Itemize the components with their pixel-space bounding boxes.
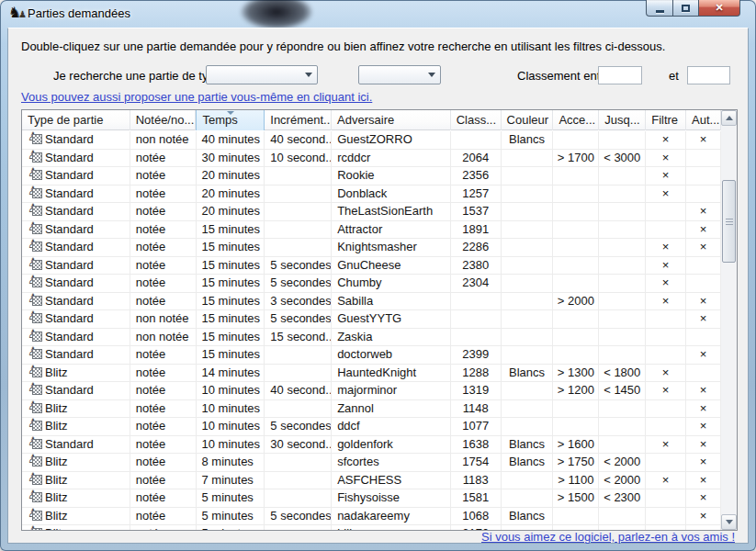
- cell-col5: 1754: [451, 454, 502, 472]
- column-header-3[interactable]: Incrément...: [265, 110, 332, 130]
- cell-col0: Standard: [22, 275, 130, 293]
- share-with-friends-link[interactable]: Si vous aimez ce logiciel, parlez-en à v…: [481, 530, 735, 544]
- table-row[interactable]: Standardnotée20 minutesTheLastSionEarth1…: [22, 203, 721, 221]
- cell-col6: [502, 346, 554, 365]
- rating-min-input[interactable]: [598, 66, 642, 84]
- scroll-down-button[interactable]: [721, 514, 737, 530]
- game-type-label: Je recherche une partie de type :: [53, 69, 228, 83]
- cell-col9: ×: [646, 275, 686, 293]
- table-row[interactable]: Standardnotée15 minutesdoctorweb2399×: [22, 346, 721, 365]
- cell-col3: 5 secondes: [265, 508, 332, 526]
- table-row[interactable]: Standardnotée15 minutesAttractor1891×: [22, 221, 721, 240]
- cell-col8: [599, 221, 646, 240]
- cell-col3: [265, 167, 332, 186]
- table-row[interactable]: Standardnotée15 minutes5 secondesChumby2…: [22, 275, 721, 293]
- cell-col3: [265, 472, 332, 490]
- column-header-0[interactable]: Type de partie: [22, 110, 130, 130]
- cell-col6: [502, 257, 554, 276]
- cell-col1: non notée: [130, 310, 197, 329]
- cell-col5: 1638: [451, 436, 502, 455]
- game-subtype-select[interactable]: [358, 65, 441, 84]
- table-row[interactable]: Standardnon notée15 minutes15 second...Z…: [22, 329, 721, 347]
- cell-col2: 15 minutes: [197, 329, 265, 347]
- cell-col4: GuestYYTG: [332, 310, 451, 329]
- cell-col5: [451, 131, 502, 150]
- column-header-5[interactable]: Class...: [451, 110, 502, 130]
- games-table: Type de partieNotée/no...TempsIncrément.…: [21, 109, 738, 531]
- vertical-scrollbar[interactable]: [721, 110, 737, 530]
- cell-col10: ×: [686, 472, 721, 490]
- column-header-9[interactable]: Filtre: [646, 110, 686, 130]
- minimize-button[interactable]: [646, 0, 673, 17]
- cell-col6: Blancs: [502, 131, 554, 150]
- table-row[interactable]: Standardnotée10 minutes30 second...golde…: [22, 436, 721, 455]
- table-row[interactable]: Standardnotée15 minutes3 secondesSabilla…: [22, 293, 721, 311]
- cell-col4: GnuCheese: [332, 257, 451, 276]
- table-row[interactable]: Blitznotée5 minutesFishysoisse1581> 1500…: [22, 489, 721, 508]
- cell-col7: [553, 275, 599, 293]
- window-title: Parties demandées: [28, 6, 130, 20]
- cell-col10: ×: [686, 400, 721, 419]
- column-header-6[interactable]: Couleur: [502, 110, 554, 130]
- cell-col8: [599, 257, 646, 276]
- cell-col6: [502, 382, 554, 400]
- table-row[interactable]: Standardnon notée15 minutes5 secondesGue…: [22, 310, 721, 329]
- column-header-10[interactable]: Aut...: [686, 110, 721, 130]
- table-row[interactable]: Standardnotée15 minutesKnightsmasher2286…: [22, 239, 721, 257]
- scroll-up-button[interactable]: [721, 110, 737, 126]
- cell-col9: ×: [646, 257, 686, 276]
- cell-col2: 15 minutes: [197, 239, 265, 257]
- cell-col9: [646, 454, 686, 472]
- rating-max-input[interactable]: [687, 66, 730, 84]
- game-type-select[interactable]: [206, 65, 318, 84]
- chess-pawn-board-icon: [28, 330, 43, 343]
- column-header-1[interactable]: Notée/no...: [130, 110, 197, 130]
- cell-col7: [553, 329, 599, 347]
- cell-col2: 10 minutes: [197, 382, 265, 400]
- table-row[interactable]: Blitznotée14 minutesHauntedKnight1288Bla…: [22, 365, 721, 383]
- table-row[interactable]: Blitznotée7 minutesASFCHESS1183> 1100< 2…: [22, 472, 721, 490]
- column-header-2[interactable]: Temps: [196, 110, 265, 130]
- cell-col3: [265, 525, 332, 531]
- maximize-button[interactable]: [672, 0, 699, 17]
- cell-col6: [502, 239, 554, 257]
- cell-col0: Blitz: [22, 365, 130, 383]
- table-row[interactable]: Blitznotée10 minutes5 secondesddcf1077×: [22, 418, 721, 436]
- cell-col4: goldenfork: [332, 436, 451, 455]
- cell-col0: Standard: [22, 382, 130, 400]
- table-row[interactable]: Standardnotée30 minutes10 second...rcddc…: [22, 150, 721, 168]
- cell-col7: [553, 418, 599, 436]
- cell-col5: 1257: [451, 186, 502, 204]
- cell-col2: 20 minutes: [197, 186, 265, 204]
- table-row[interactable]: Standardnotée15 minutes5 secondesGnuChee…: [22, 257, 721, 276]
- table-row[interactable]: Blitznotée5 minutes5 secondesnadakareemy…: [22, 508, 721, 526]
- column-header-4[interactable]: Adversaire: [332, 110, 451, 130]
- column-header-7[interactable]: Acce...: [553, 110, 599, 130]
- cell-col1: notée: [130, 167, 197, 186]
- column-header-8[interactable]: Jusq...: [599, 110, 646, 130]
- cell-col8: [599, 186, 646, 204]
- chess-pawn-board-icon: [28, 383, 43, 396]
- close-button[interactable]: ✕: [698, 0, 740, 17]
- titlebar[interactable]: ♞♟ Parties demandées: [0, 0, 756, 28]
- table-row[interactable]: Standardnotée20 minutesRookie2356×: [22, 167, 721, 186]
- table-row[interactable]: Standardnon notée40 minutes40 second...G…: [22, 131, 721, 150]
- cell-col9: [646, 400, 686, 419]
- cell-col2: 10 minutes: [197, 436, 265, 455]
- table-row[interactable]: Blitznotée8 minutessfcortes1754Blancs> 1…: [22, 454, 721, 472]
- intro-text: Double-cliquez sur une partie demandée p…: [21, 39, 665, 53]
- cell-col1: notée: [130, 346, 197, 365]
- cell-col2: 14 minutes: [197, 365, 265, 383]
- cell-col6: [502, 186, 554, 204]
- table-row[interactable]: Standardnotée10 minutes40 second...major…: [22, 382, 721, 400]
- cell-col5: [451, 310, 502, 329]
- table-row[interactable]: Standardnotée20 minutesDonblack1257×: [22, 186, 721, 204]
- scrollbar-thumb[interactable]: [722, 180, 736, 263]
- cell-col5: 1077: [451, 418, 502, 436]
- cell-col10: [686, 186, 721, 204]
- propose-game-link[interactable]: Vous pouvez aussi proposer une partie vo…: [21, 90, 372, 104]
- cell-col9: ×: [646, 167, 686, 186]
- table-row[interactable]: Blitznotée10 minutesZannol1148×: [22, 400, 721, 419]
- dialog-client-area: Double-cliquez sur une partie demandée p…: [7, 28, 749, 544]
- cell-col0: Blitz: [22, 508, 130, 526]
